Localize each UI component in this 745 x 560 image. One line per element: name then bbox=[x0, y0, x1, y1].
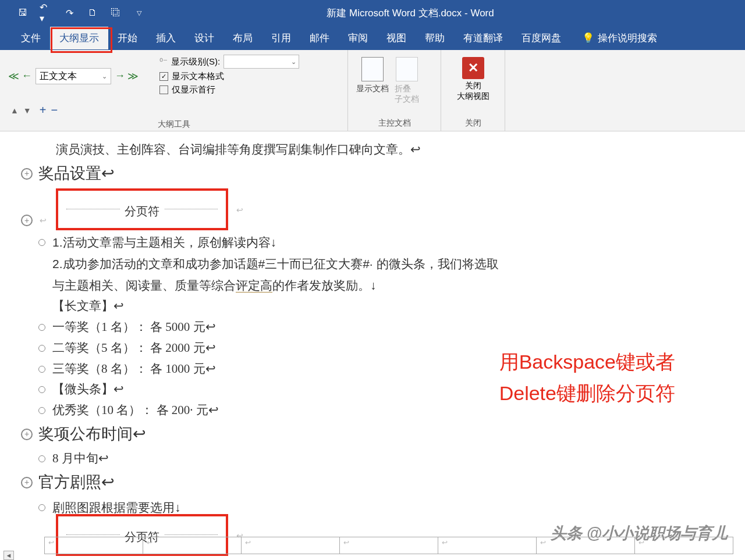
body-line: 优秀奖（10 名）： 各 200· 元↩ bbox=[52, 400, 219, 421]
document-body[interactable]: 演员演技、主创阵容、台词编排等角度撰写剧集制作口碑向文章。↩ + 奖品设置↩ 分… bbox=[0, 131, 745, 556]
close-icon: ✕ bbox=[462, 57, 484, 79]
highlight-box-pagebreak: 分页符 ↩ bbox=[56, 188, 228, 230]
move-up-icon[interactable]: ▲ bbox=[10, 106, 19, 115]
tab-home[interactable]: 开始 bbox=[108, 27, 147, 49]
window-title: 新建 Microsoft Word 文档.docx - Word bbox=[76, 6, 745, 20]
subdoc-icon bbox=[396, 57, 418, 81]
group-master-doc: 主控文档 bbox=[356, 116, 432, 129]
lightbulb-icon: 💡 bbox=[582, 32, 594, 44]
body-line: 1.活动文章需与主题相关，原创解读内容↓2.成功参加活动的文章和成功参加话题#三… bbox=[52, 232, 506, 296]
bullet-icon bbox=[38, 366, 45, 373]
group-close: 关闭 bbox=[449, 116, 496, 129]
chevron-down-icon: ⌄ bbox=[102, 73, 107, 80]
expand-icon[interactable]: + bbox=[40, 104, 47, 117]
bullet-icon bbox=[38, 345, 45, 352]
show-level-select[interactable]: ⌄ bbox=[224, 55, 299, 69]
body-line: 8 月中旬↩ bbox=[52, 448, 109, 469]
show-level-icon: ⁰⁻ bbox=[159, 56, 168, 67]
heading: 官方剧照↩ bbox=[38, 469, 115, 496]
tab-view[interactable]: 视图 bbox=[377, 27, 416, 49]
promote-all-icon[interactable]: ≪ bbox=[8, 70, 19, 83]
tab-design[interactable]: 设计 bbox=[185, 27, 224, 49]
redo-icon[interactable]: ↷ bbox=[63, 6, 76, 19]
body-line: 演员演技、主创阵容、台词编排等角度撰写剧集制作口碑向文章。↩ bbox=[56, 140, 510, 160]
document-icon bbox=[361, 57, 384, 81]
tell-me-search[interactable]: 💡 操作说明搜索 bbox=[582, 31, 657, 45]
demote-all-icon[interactable]: ≫ bbox=[127, 70, 139, 83]
body-line: 三等奖（8 名）： 各 1000 元↩ bbox=[52, 359, 216, 380]
tab-mailings[interactable]: 邮件 bbox=[300, 27, 339, 49]
outline-level-select[interactable]: 正文文本 ⌄ bbox=[36, 68, 111, 84]
collapse-subdoc-button: 折叠子文档 bbox=[395, 57, 419, 105]
body-line: 【微头条】↩ bbox=[52, 379, 124, 400]
expand-heading-icon[interactable]: + bbox=[21, 477, 33, 488]
body-line: 【长文章】↩ bbox=[52, 296, 124, 317]
bullet-icon bbox=[38, 239, 45, 246]
bullet-icon bbox=[38, 386, 45, 393]
tab-review[interactable]: 审阅 bbox=[339, 27, 377, 49]
save-icon[interactable]: 🖫 bbox=[16, 6, 29, 19]
demote-icon[interactable]: → bbox=[115, 70, 125, 83]
tab-file[interactable]: 文件 bbox=[12, 27, 50, 49]
heading: 奖项公布时间↩ bbox=[38, 421, 146, 448]
expand-heading-icon[interactable]: + bbox=[21, 168, 33, 180]
tab-outline[interactable]: 大纲显示 bbox=[50, 27, 108, 49]
bullet-icon bbox=[38, 504, 45, 511]
close-outline-button[interactable]: ✕ 关闭大纲视图 bbox=[449, 55, 496, 101]
undo-icon[interactable]: ↶ ▾ bbox=[40, 6, 52, 19]
tab-help[interactable]: 帮助 bbox=[416, 27, 454, 49]
collapse-icon[interactable]: − bbox=[51, 104, 58, 117]
body-line: 一等奖（1 名）： 各 5000 元↩ bbox=[52, 317, 216, 338]
tab-youdao[interactable]: 有道翻译 bbox=[454, 27, 512, 49]
table-row[interactable]: ↩↩↩↩↩↩↩ bbox=[44, 537, 733, 554]
scroll-left-button[interactable]: ◄ bbox=[3, 551, 14, 560]
page-break-label: 分页符 bbox=[120, 201, 164, 221]
tab-layout[interactable]: 布局 bbox=[224, 27, 262, 49]
tab-baidu[interactable]: 百度网盘 bbox=[512, 27, 570, 49]
expand-heading-icon[interactable]: + bbox=[21, 429, 33, 440]
heading: 奖品设置↩ bbox=[38, 160, 115, 187]
bullet-icon bbox=[38, 324, 45, 331]
first-line-only-checkbox[interactable] bbox=[159, 85, 168, 94]
body-line: 二等奖（5 名）： 各 2000 元↩ bbox=[52, 338, 216, 359]
tab-references[interactable]: 引用 bbox=[262, 27, 300, 49]
show-document-button[interactable]: 显示文档 bbox=[356, 57, 389, 94]
paragraph-mark-icon: ↩ bbox=[236, 204, 243, 217]
bullet-icon bbox=[38, 407, 45, 414]
tab-insert[interactable]: 插入 bbox=[147, 27, 185, 49]
show-text-format-checkbox[interactable]: ✓ bbox=[159, 72, 168, 81]
move-down-icon[interactable]: ▼ bbox=[23, 106, 31, 115]
chevron-down-icon: ⌄ bbox=[291, 58, 296, 66]
bullet-icon bbox=[38, 455, 45, 462]
annotation-text: 用Backspace键或者 Delete键删除分页符 bbox=[499, 346, 675, 409]
group-outline-tools: 大纲工具 bbox=[8, 117, 339, 130]
promote-icon[interactable]: ← bbox=[22, 70, 32, 83]
